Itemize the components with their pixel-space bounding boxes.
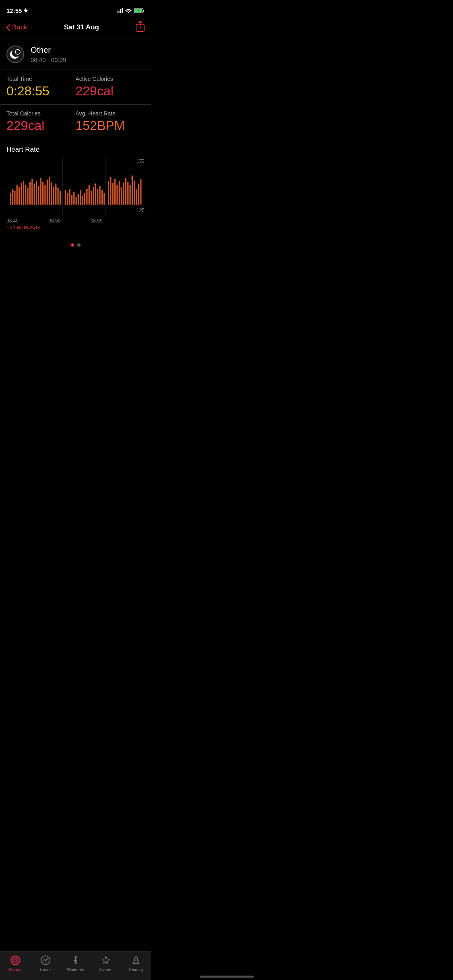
svg-rect-54 — [116, 185, 118, 205]
workout-type-icon — [6, 45, 24, 63]
svg-rect-39 — [82, 196, 83, 205]
svg-rect-9 — [14, 191, 15, 205]
svg-point-77 — [120, 188, 122, 189]
page-dots — [0, 237, 151, 250]
svg-rect-57 — [123, 183, 124, 205]
svg-rect-16 — [29, 182, 31, 205]
total-time-value: 0:28:55 — [6, 84, 76, 99]
svg-rect-51 — [110, 177, 111, 205]
total-calories-value: 229cal — [6, 118, 76, 133]
chart-avg-label: 152 BPM AVG — [6, 224, 145, 231]
share-icon — [136, 21, 145, 32]
svg-rect-25 — [49, 177, 50, 205]
status-icons — [117, 8, 145, 13]
wifi-icon — [125, 8, 132, 13]
heart-rate-svg — [6, 159, 145, 215]
active-calories-value: 229cal — [76, 84, 145, 99]
chart-container: 172 — [6, 159, 145, 223]
moon-icon — [10, 49, 21, 60]
svg-point-69 — [38, 187, 39, 188]
chart-x-label-end: 08:59 — [91, 218, 103, 224]
avg-heart-rate-label: Avg. Heart Rate — [76, 110, 145, 117]
share-button[interactable] — [136, 21, 145, 34]
svg-rect-48 — [101, 190, 103, 205]
chart-x-label-mid: 08:50 — [48, 218, 60, 224]
svg-rect-56 — [121, 187, 122, 205]
page-dot-1 — [71, 243, 74, 247]
total-calories-label: Total Calories — [6, 110, 76, 117]
location-icon — [23, 8, 28, 13]
svg-rect-41 — [86, 189, 87, 205]
active-calories-label: Active Calories — [76, 76, 145, 82]
page-dot-2 — [77, 243, 81, 247]
svg-rect-21 — [40, 178, 41, 205]
workout-type-label: Other — [31, 45, 66, 55]
signal-icon — [117, 8, 123, 13]
svg-rect-31 — [65, 190, 66, 205]
svg-rect-42 — [89, 185, 90, 205]
svg-rect-38 — [80, 190, 81, 205]
chart-x-labels: 08:40 08:50 08:59 — [6, 218, 145, 224]
svg-point-70 — [47, 181, 48, 183]
svg-rect-52 — [112, 183, 114, 205]
svg-rect-50 — [108, 181, 109, 205]
total-calories-stat: Total Calories 229cal — [6, 110, 76, 133]
workout-time-range: 08:40 - 09:09 — [31, 56, 66, 63]
svg-rect-46 — [97, 189, 98, 205]
total-time-label: Total Time — [6, 76, 76, 82]
svg-rect-33 — [69, 189, 70, 205]
svg-rect-26 — [51, 182, 52, 205]
svg-rect-65 — [140, 179, 141, 205]
svg-rect-47 — [99, 186, 100, 205]
svg-rect-15 — [27, 187, 28, 205]
svg-rect-32 — [67, 193, 68, 205]
svg-rect-30 — [60, 191, 61, 205]
svg-rect-43 — [91, 191, 92, 205]
svg-point-74 — [85, 189, 87, 191]
svg-rect-53 — [114, 179, 116, 205]
svg-point-71 — [55, 188, 57, 189]
svg-point-66 — [12, 191, 14, 192]
svg-rect-62 — [134, 181, 135, 205]
stats-row-2: Total Calories 229cal Avg. Heart Rate 15… — [0, 104, 151, 139]
workout-header: Other 08:40 - 09:09 — [0, 39, 151, 70]
svg-rect-34 — [71, 195, 72, 205]
svg-rect-49 — [103, 193, 105, 205]
svg-point-4 — [15, 49, 20, 54]
nav-header: Back Sat 31 Aug — [0, 18, 151, 39]
chart-y-low: 125 — [137, 208, 145, 213]
svg-rect-40 — [84, 193, 85, 205]
svg-rect-13 — [23, 181, 24, 205]
heart-rate-chart-section: Heart Rate 172 — [0, 139, 151, 237]
svg-rect-27 — [53, 187, 54, 205]
svg-rect-23 — [44, 185, 46, 205]
battery-icon — [134, 8, 145, 13]
svg-rect-24 — [47, 179, 48, 205]
svg-rect-63 — [136, 189, 137, 205]
chart-y-high: 172 — [137, 159, 145, 164]
workout-info: Other 08:40 - 09:09 — [31, 45, 66, 63]
svg-rect-45 — [95, 183, 96, 205]
svg-rect-29 — [57, 187, 58, 205]
svg-rect-60 — [129, 185, 130, 205]
svg-rect-61 — [132, 175, 133, 205]
svg-rect-10 — [17, 185, 18, 205]
avg-heart-rate-value: 152BPM — [76, 118, 145, 133]
svg-rect-7 — [10, 193, 11, 205]
svg-point-68 — [29, 183, 31, 184]
svg-rect-64 — [138, 183, 139, 205]
svg-rect-18 — [34, 183, 35, 205]
svg-rect-19 — [36, 181, 37, 205]
page-title: Sat 31 Aug — [64, 23, 99, 31]
svg-rect-58 — [125, 178, 126, 205]
back-button[interactable]: Back — [6, 23, 27, 31]
svg-rect-44 — [93, 187, 94, 205]
svg-point-73 — [77, 195, 79, 196]
svg-rect-59 — [127, 182, 128, 205]
back-label: Back — [12, 23, 27, 31]
status-bar: 12:55 — [0, 0, 151, 18]
stats-section: Total Time 0:28:55 Active Calories 229ca… — [0, 70, 151, 139]
chart-x-label-start: 08:40 — [6, 218, 19, 224]
svg-rect-17 — [31, 179, 33, 205]
svg-rect-20 — [38, 186, 39, 205]
